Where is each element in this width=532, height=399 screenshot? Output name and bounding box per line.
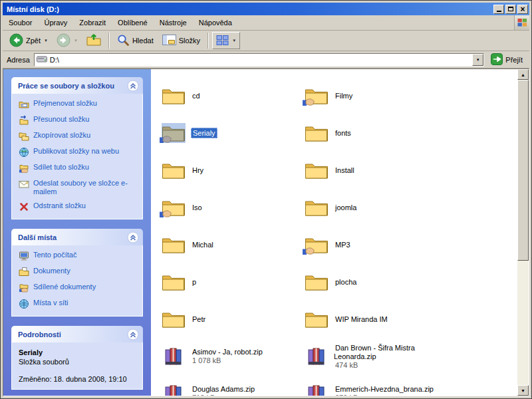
file-item-iso[interactable]: Iso: [162, 189, 305, 226]
menu-napoveda[interactable]: Nápověda: [193, 15, 238, 30]
panel-body: Tento počítač Dokumenty Sdílené dokument…: [11, 245, 143, 317]
file-item-asimov-zip[interactable]: Asimov - Ja, robot.zip 1 078 kB: [162, 338, 305, 375]
views-button[interactable]: ▼: [212, 32, 240, 49]
file-name: Douglas Adams.zip: [191, 384, 256, 394]
panel-header[interactable]: Práce se soubory a složkou: [11, 77, 143, 94]
file-item-danbrown-zip[interactable]: Dan Brown - Šifra Mistra Leonarda.zip 47…: [305, 338, 448, 375]
address-dropdown-button[interactable]: ▼: [472, 54, 483, 66]
file-item-petr[interactable]: Petr: [162, 301, 305, 338]
folder-icon: [162, 160, 186, 180]
file-name: Serialy: [191, 128, 217, 138]
file-item-hry[interactable]: Hry: [162, 152, 305, 189]
collapse-chevron-icon[interactable]: [127, 231, 139, 243]
folders-button[interactable]: Složky: [158, 32, 204, 49]
forward-icon: [57, 33, 70, 49]
folder-icon: [305, 160, 329, 180]
drive-icon: [37, 55, 47, 65]
file-item-mp3[interactable]: MP3: [305, 226, 448, 263]
forward-button[interactable]: ▼: [53, 32, 82, 49]
file-name: Petr: [191, 315, 207, 324]
task-share-folder[interactable]: Sdílet tuto složku: [19, 163, 137, 174]
menu-spacer: [238, 15, 514, 30]
task-label: Sdílet tuto složku: [33, 163, 89, 172]
file-size: 712 kB: [191, 394, 216, 396]
task-copy-folder[interactable]: Zkopírovat složku: [19, 131, 137, 142]
go-icon: [491, 53, 503, 66]
file-size: 474 kB: [334, 361, 359, 369]
collapse-chevron-icon[interactable]: [127, 329, 139, 340]
menu-upravy[interactable]: Úpravy: [38, 15, 73, 30]
copy-icon: [19, 131, 29, 142]
close-button[interactable]: ×: [517, 5, 528, 14]
link-shared-documents[interactable]: Sdílené dokumenty: [19, 283, 137, 293]
address-input[interactable]: D:\ ▼: [34, 53, 484, 66]
windows-logo-icon: [514, 15, 529, 30]
file-item-douglas-zip[interactable]: Douglas Adams.zip 712 kB: [162, 375, 305, 396]
publish-icon: [19, 147, 29, 158]
vertical-scrollbar[interactable]: ▲ ▼: [517, 69, 529, 396]
file-name: Iso: [191, 203, 203, 212]
file-item-serialy[interactable]: Serialy: [162, 114, 305, 152]
panel-details: Podrobnosti Serialy Složka souborů Změně…: [11, 326, 143, 390]
search-button[interactable]: Hledat: [113, 32, 158, 49]
up-button[interactable]: [82, 32, 105, 49]
file-item-fonts[interactable]: fonts: [305, 114, 448, 152]
link-label: Tento počítač: [33, 251, 76, 259]
scroll-up-button[interactable]: ▲: [517, 69, 529, 80]
shared-hand-icon: [303, 98, 315, 107]
minimize-icon: [497, 11, 501, 12]
views-dropdown-icon[interactable]: ▼: [232, 39, 236, 43]
scroll-down-button[interactable]: ▼: [517, 385, 529, 396]
menu-oblibene[interactable]: Oblíbené: [112, 15, 154, 30]
menu-nastroje[interactable]: Nástroje: [154, 15, 193, 30]
go-button[interactable]: Přejít: [488, 53, 525, 66]
folder-icon: [305, 198, 329, 217]
archive-icon: [305, 384, 329, 396]
menu-soubor[interactable]: Soubor: [3, 15, 38, 30]
window-title: Místní disk (D:): [7, 5, 493, 13]
file-item-joomla[interactable]: joomla: [305, 189, 448, 226]
file-item-michal[interactable]: Michal: [162, 226, 305, 263]
task-publish-folder[interactable]: Publikovat složky na webu: [19, 147, 137, 158]
file-name: Hry: [191, 166, 205, 175]
link-documents[interactable]: Dokumenty: [19, 267, 137, 277]
file-item-install[interactable]: Install: [305, 152, 448, 189]
file-item-filmy[interactable]: Filmy: [305, 77, 448, 114]
file-item-cd[interactable]: cd: [162, 77, 305, 114]
collapse-chevron-icon[interactable]: [127, 80, 139, 92]
task-rename-folder[interactable]: Přejmenovat složku: [19, 99, 137, 110]
explorer-client-area: Práce se soubory a složkou Přejmenovat s…: [3, 68, 529, 396]
scrollbar-thumb[interactable]: [517, 80, 529, 261]
toolbar-separator: [108, 33, 110, 49]
file-item-plocha[interactable]: plocha: [305, 263, 448, 301]
archive-icon: [162, 384, 186, 396]
file-size: 1 078 kB: [191, 356, 222, 364]
title-bar[interactable]: Místní disk (D:) ×: [3, 3, 529, 15]
back-dropdown-icon[interactable]: ▼: [44, 39, 48, 43]
file-item-wip-miranda[interactable]: WIP Miranda IM: [305, 301, 448, 338]
panel-header[interactable]: Podrobnosti: [11, 326, 143, 342]
computer-icon: [19, 251, 29, 261]
task-email-files[interactable]: Odeslat soubory ve složce e-mailem: [19, 179, 137, 196]
task-move-folder[interactable]: Přesunout složku: [19, 115, 137, 126]
forward-dropdown-icon[interactable]: ▼: [74, 39, 78, 43]
up-icon: [86, 33, 101, 48]
file-item-p[interactable]: p: [162, 263, 305, 301]
panel-header[interactable]: Další místa: [11, 229, 143, 245]
file-name: Filmy: [334, 91, 354, 100]
file-name: joomla: [334, 203, 358, 212]
back-button[interactable]: Zpět ▼: [5, 32, 52, 49]
minimize-button[interactable]: [493, 5, 504, 14]
menu-zobrazit[interactable]: Zobrazit: [73, 15, 112, 30]
task-delete-folder[interactable]: Odstranit složku: [19, 201, 137, 212]
network-icon: [19, 299, 29, 309]
link-network-places[interactable]: Místa v síti: [19, 299, 137, 309]
folder-icon: [305, 272, 329, 292]
file-item-emmerich-zip[interactable]: Emmerich-Hvezdna_brana.zip 373 kB: [305, 375, 448, 396]
move-icon: [19, 115, 29, 126]
link-label: Místa v síti: [33, 299, 68, 307]
shared-documents-icon: [19, 283, 29, 293]
maximize-button[interactable]: [505, 5, 516, 14]
details-type: Složka souborů: [19, 357, 137, 366]
link-my-computer[interactable]: Tento počítač: [19, 251, 137, 261]
